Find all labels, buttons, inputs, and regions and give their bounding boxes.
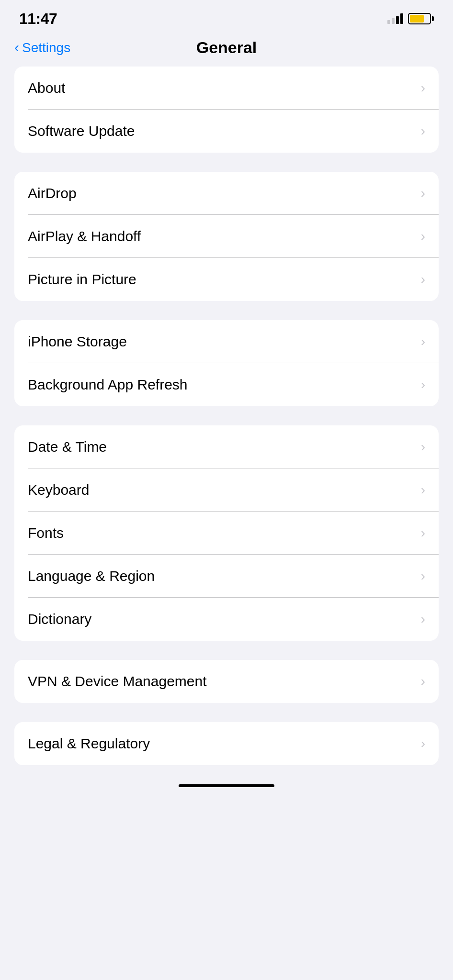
status-bar: 11:47 (0, 0, 453, 33)
back-label: Settings (22, 40, 70, 56)
battery-fill (410, 15, 424, 22)
battery-body (408, 13, 431, 24)
background-app-refresh-row-right: › (421, 378, 425, 391)
back-button[interactable]: ‹ Settings (14, 40, 70, 56)
fonts-chevron-icon: › (421, 526, 425, 540)
airdrop-row[interactable]: AirDrop › (14, 172, 439, 215)
signal-bar-3 (396, 16, 399, 24)
status-icons (387, 13, 434, 24)
about-row-right: › (421, 81, 425, 95)
language-region-row[interactable]: Language & Region › (14, 555, 439, 598)
software-update-row-right: › (421, 124, 425, 138)
vpn-device-management-label: VPN & Device Management (28, 673, 207, 690)
date-time-row-right: › (421, 440, 425, 454)
airplay-handoff-chevron-icon: › (421, 230, 425, 243)
settings-group-1: About › Software Update › (14, 67, 439, 153)
status-time: 11:47 (19, 10, 57, 28)
vpn-device-management-row-right: › (421, 675, 425, 688)
battery-tip (432, 16, 434, 21)
settings-content: About › Software Update › AirDrop › AirP… (0, 67, 453, 765)
picture-in-picture-row[interactable]: Picture in Picture › (14, 258, 439, 301)
page-title: General (196, 38, 257, 57)
background-app-refresh-chevron-icon: › (421, 378, 425, 391)
fonts-label: Fonts (28, 525, 64, 541)
language-region-chevron-icon: › (421, 569, 425, 583)
background-app-refresh-row[interactable]: Background App Refresh › (14, 363, 439, 406)
settings-group-3: iPhone Storage › Background App Refresh … (14, 320, 439, 406)
home-indicator-area (0, 784, 453, 797)
legal-regulatory-label: Legal & Regulatory (28, 735, 150, 752)
software-update-chevron-icon: › (421, 124, 425, 138)
legal-regulatory-row-right: › (421, 737, 425, 750)
legal-regulatory-chevron-icon: › (421, 737, 425, 750)
keyboard-row-right: › (421, 483, 425, 497)
software-update-label: Software Update (28, 123, 135, 139)
picture-in-picture-chevron-icon: › (421, 273, 425, 286)
home-indicator (179, 784, 274, 787)
background-app-refresh-label: Background App Refresh (28, 377, 188, 393)
legal-regulatory-row[interactable]: Legal & Regulatory › (14, 722, 439, 765)
keyboard-row[interactable]: Keyboard › (14, 468, 439, 512)
settings-group-legal: Legal & Regulatory › (14, 722, 439, 765)
battery-icon (408, 13, 434, 24)
signal-bar-4 (400, 13, 403, 24)
settings-group-2: AirDrop › AirPlay & Handoff › Picture in… (14, 172, 439, 301)
date-time-label: Date & Time (28, 439, 107, 455)
dictionary-row[interactable]: Dictionary › (14, 598, 439, 641)
language-region-row-right: › (421, 569, 425, 583)
vpn-device-management-chevron-icon: › (421, 675, 425, 688)
airdrop-row-right: › (421, 187, 425, 200)
date-time-row[interactable]: Date & Time › (14, 425, 439, 468)
software-update-row[interactable]: Software Update › (14, 110, 439, 153)
fonts-row[interactable]: Fonts › (14, 512, 439, 555)
dictionary-label: Dictionary (28, 611, 91, 627)
iphone-storage-row-right: › (421, 335, 425, 348)
airplay-handoff-row[interactable]: AirPlay & Handoff › (14, 215, 439, 258)
back-chevron-icon: ‹ (14, 40, 19, 55)
dictionary-chevron-icon: › (421, 612, 425, 626)
fonts-row-right: › (421, 526, 425, 540)
airdrop-chevron-icon: › (421, 187, 425, 200)
signal-bar-2 (392, 18, 395, 24)
keyboard-chevron-icon: › (421, 483, 425, 497)
about-row[interactable]: About › (14, 67, 439, 110)
airdrop-label: AirDrop (28, 185, 77, 201)
airplay-handoff-label: AirPlay & Handoff (28, 228, 141, 245)
picture-in-picture-row-right: › (421, 273, 425, 286)
settings-group-vpn: VPN & Device Management › (14, 660, 439, 703)
airplay-handoff-row-right: › (421, 230, 425, 243)
about-chevron-icon: › (421, 81, 425, 95)
signal-bar-1 (387, 20, 390, 24)
vpn-device-management-row[interactable]: VPN & Device Management › (14, 660, 439, 703)
signal-bars-icon (387, 13, 403, 24)
about-label: About (28, 80, 65, 96)
settings-group-4: Date & Time › Keyboard › Fonts › Languag… (14, 425, 439, 641)
iphone-storage-label: iPhone Storage (28, 334, 127, 350)
iphone-storage-row[interactable]: iPhone Storage › (14, 320, 439, 363)
iphone-storage-chevron-icon: › (421, 335, 425, 348)
language-region-label: Language & Region (28, 568, 155, 584)
date-time-chevron-icon: › (421, 440, 425, 454)
dictionary-row-right: › (421, 612, 425, 626)
picture-in-picture-label: Picture in Picture (28, 271, 136, 288)
keyboard-label: Keyboard (28, 482, 89, 498)
nav-header: ‹ Settings General (0, 33, 453, 67)
